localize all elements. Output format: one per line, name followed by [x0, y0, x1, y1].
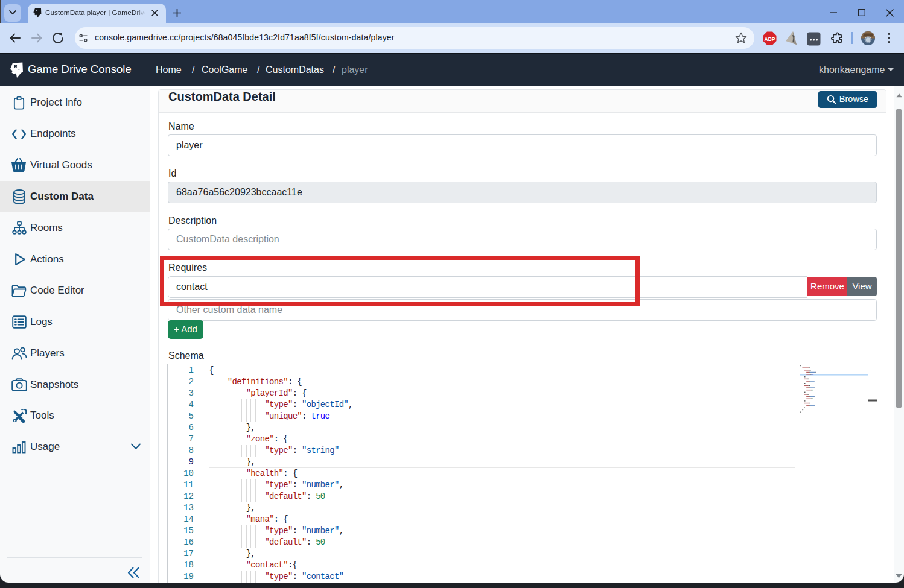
svg-text:ABP: ABP [765, 36, 775, 42]
